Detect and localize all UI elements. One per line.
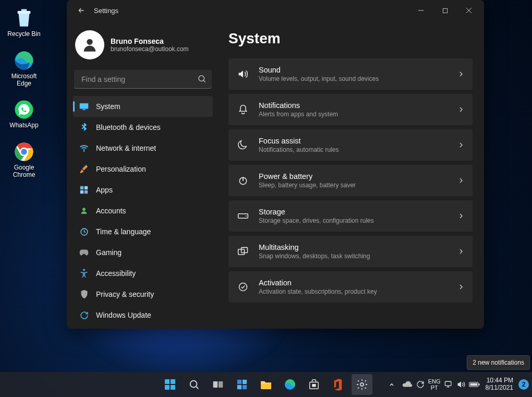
sidebar-item-label: Accounts	[96, 207, 126, 215]
taskbar: ENG PT 10:44 PM 8/11/2021 2	[0, 372, 532, 397]
office-button[interactable]	[328, 374, 348, 395]
chrome-icon	[13, 141, 35, 163]
edge-taskbar-button[interactable]	[280, 374, 300, 395]
recycle-bin-icon	[13, 7, 35, 29]
settings-taskbar-button[interactable]	[352, 374, 372, 395]
sidebar-item-privacy[interactable]: Privacy & security	[73, 284, 213, 305]
svg-rect-15	[84, 190, 88, 194]
svg-rect-27	[165, 385, 170, 390]
setitem-title: Activation	[259, 279, 449, 287]
store-button[interactable]	[304, 374, 324, 395]
sidebar-item-personalization[interactable]: Personalization	[73, 159, 213, 179]
settings-window: Settings Bruno Fonseca brunofonseca@outl…	[67, 0, 484, 329]
svg-point-16	[82, 208, 86, 211]
taskbar-date: 8/11/2021	[486, 384, 513, 392]
display-icon	[79, 102, 89, 111]
sidebar-item-apps[interactable]: Apps	[73, 179, 213, 200]
setitem-desc: Activation state, subscriptions, product…	[259, 288, 449, 295]
clock-button[interactable]: 10:44 PM 8/11/2021	[483, 377, 515, 392]
back-button[interactable]	[73, 2, 90, 19]
task-view-button[interactable]	[208, 374, 228, 395]
chevron-right-icon	[458, 71, 464, 77]
svg-point-8	[199, 76, 204, 81]
svg-rect-43	[478, 383, 479, 385]
lang-bottom: PT	[431, 384, 438, 391]
notifications-button[interactable]: 2	[518, 379, 529, 390]
chevron-right-icon	[458, 177, 464, 184]
file-explorer-button[interactable]	[256, 374, 276, 395]
settings-nav: System Bluetooth & devices Network & int…	[73, 96, 213, 326]
svg-rect-10	[82, 109, 86, 110]
sidebar-item-network[interactable]: Network & internet	[73, 138, 213, 159]
bell-icon	[237, 104, 249, 115]
system-item-sound[interactable]: SoundVolume levels, output, input, sound…	[228, 58, 473, 90]
system-item-multitasking[interactable]: MultitaskingSnap windows, desktops, task…	[228, 236, 473, 267]
sidebar-item-accessibility[interactable]: Accessibility	[73, 263, 213, 284]
battery-tray-icon[interactable]	[469, 381, 480, 388]
chevron-right-icon	[458, 248, 464, 255]
widgets-button[interactable]	[232, 374, 252, 395]
taskbar-right: ENG PT 10:44 PM 8/11/2021 2	[384, 372, 529, 397]
page-title: System	[228, 30, 473, 47]
setitem-title: Sound	[259, 66, 449, 74]
taskbar-time: 10:44 PM	[487, 377, 513, 384]
clock-icon	[79, 227, 89, 236]
desktop-icon-whatsapp[interactable]: WhatsApp	[3, 99, 45, 129]
sidebar-item-system[interactable]: System	[73, 96, 213, 117]
language-button[interactable]: ENG PT	[428, 378, 441, 391]
chevron-right-icon	[458, 213, 464, 219]
sidebar-item-accounts[interactable]: Accounts	[73, 200, 213, 221]
sidebar-item-update[interactable]: Windows Update	[73, 305, 213, 326]
window-title: Settings	[94, 7, 118, 15]
desktop-icons: Recycle Bin Microsoft Edge WhatsApp Goog…	[3, 7, 45, 190]
svg-point-29	[190, 381, 197, 388]
desktop-icon-edge[interactable]: Microsoft Edge	[3, 50, 45, 88]
desktop-icon-label: Google Chrome	[13, 164, 35, 179]
onedrive-tray-icon[interactable]	[402, 381, 413, 388]
svg-point-21	[246, 215, 247, 216]
desktop-icon-label: Microsoft Edge	[11, 73, 37, 88]
system-item-activation[interactable]: ActivationActivation state, subscription…	[228, 271, 473, 303]
tray-overflow-button[interactable]	[384, 374, 399, 395]
volume-tray-icon[interactable]	[456, 380, 466, 389]
start-button[interactable]	[160, 374, 180, 395]
network-tray-icon[interactable]	[444, 380, 453, 389]
desktop-icon-label: WhatsApp	[9, 122, 38, 129]
svg-rect-33	[243, 380, 247, 384]
svg-rect-13	[84, 186, 88, 189]
desktop-icon-label: Recycle Bin	[7, 31, 40, 38]
system-item-power[interactable]: Power & batterySleep, battery usage, bat…	[228, 165, 473, 196]
svg-rect-14	[80, 190, 83, 194]
desktop-icon-recycle-bin[interactable]: Recycle Bin	[3, 7, 45, 38]
sidebar-item-time[interactable]: Time & language	[73, 221, 213, 242]
setitem-desc: Snap windows, desktops, task switching	[259, 252, 449, 260]
search-button[interactable]	[184, 374, 204, 395]
power-icon	[237, 175, 249, 186]
multitask-icon	[237, 246, 249, 257]
desktop-icon-chrome[interactable]: Google Chrome	[3, 141, 45, 179]
svg-rect-31	[219, 381, 223, 388]
minimize-button[interactable]	[409, 2, 433, 19]
system-item-focus[interactable]: Focus assistNotifications, automatic rul…	[228, 129, 473, 161]
svg-point-40	[360, 383, 364, 386]
search-icon	[197, 74, 207, 83]
setitem-title: Multitasking	[259, 243, 449, 251]
sidebar-item-bluetooth[interactable]: Bluetooth & devices	[73, 117, 213, 138]
profile-block[interactable]: Bruno Fonseca brunofonseca@outlook.com	[73, 26, 213, 68]
search-input[interactable]	[74, 70, 212, 89]
setitem-desc: Notifications, automatic rules	[259, 146, 449, 153]
maximize-button[interactable]	[433, 2, 457, 19]
system-item-notifications[interactable]: NotificationsAlerts from apps and system	[228, 94, 473, 125]
close-button[interactable]	[457, 2, 481, 19]
system-item-storage[interactable]: StorageStorage space, drives, configurat…	[228, 200, 473, 232]
sidebar-item-gaming[interactable]: Gaming	[73, 242, 213, 263]
sidebar-item-label: Network & internet	[96, 144, 156, 152]
chevron-right-icon	[458, 284, 464, 290]
grid-icon	[79, 185, 89, 195]
wifi-icon	[79, 143, 89, 153]
svg-rect-35	[243, 385, 247, 389]
sidebar-item-label: Windows Update	[96, 311, 151, 319]
edge-icon	[13, 50, 35, 71]
sync-tray-icon[interactable]	[416, 380, 425, 389]
gamepad-icon	[79, 248, 89, 257]
